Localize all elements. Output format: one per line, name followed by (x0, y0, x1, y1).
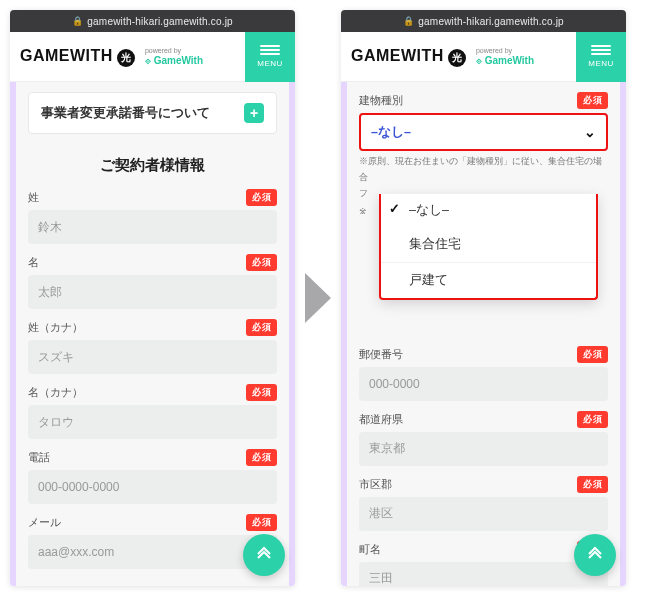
url-bar: 🔒 gamewith-hikari.gamewith.co.jp (341, 10, 626, 32)
logo: GAMEWITH 光 (20, 47, 135, 67)
building-note: ※原則、現在お住まいの「建物種別」に従い、集合住宅の場 (359, 155, 608, 167)
field-lastname: 姓必須 鈴木 (28, 189, 277, 244)
chevron-down-icon: ⌄ (584, 124, 596, 140)
field-town: 町名必須 三田 (359, 541, 608, 586)
lock-icon: 🔒 (403, 16, 414, 26)
menu-button[interactable]: MENU (576, 32, 626, 82)
email-input[interactable]: aaa@xxx.com (28, 535, 277, 569)
app-header: GAMEWITH 光 powered by ⟐ GameWith MENU (10, 32, 295, 82)
postal-input[interactable]: 000-0000 (359, 367, 608, 401)
city-input[interactable]: 港区 (359, 497, 608, 531)
menu-button[interactable]: MENU (245, 32, 295, 82)
logo-main: GAMEWITH (20, 47, 113, 65)
lastname-kana-input[interactable]: スズキ (28, 340, 277, 374)
field-lastname-kana: 姓（カナ）必須 スズキ (28, 319, 277, 374)
building-type-dropdown: –なし– 集合住宅 戸建て (379, 194, 598, 300)
app-header: GAMEWITH 光 powered by ⟐ GameWith MENU (341, 32, 626, 82)
powered-by: powered by ⟐ GameWith (145, 47, 203, 66)
select-value: –なし– (371, 124, 411, 141)
town-input[interactable]: 三田 (359, 562, 608, 586)
notice-text: 事業者変更承諾番号について (41, 105, 210, 122)
field-phone: 電話必須 000-0000-0000 (28, 449, 277, 504)
firstname-kana-input[interactable]: タロウ (28, 405, 277, 439)
url-text: gamewith-hikari.gamewith.co.jp (418, 16, 564, 27)
required-badge: 必須 (246, 189, 277, 206)
phone-input[interactable]: 000-0000-0000 (28, 470, 277, 504)
scroll-top-button[interactable] (574, 534, 616, 576)
section-title: ご契約者様情報 (28, 156, 277, 175)
field-firstname: 名必須 太郎 (28, 254, 277, 309)
notice-accordion[interactable]: 事業者変更承諾番号について + (28, 92, 277, 134)
dropdown-option-none[interactable]: –なし– (381, 194, 596, 227)
lastname-input[interactable]: 鈴木 (28, 210, 277, 244)
url-text: gamewith-hikari.gamewith.co.jp (87, 16, 233, 27)
prefecture-input[interactable]: 東京都 (359, 432, 608, 466)
svg-marker-0 (305, 273, 331, 323)
dropdown-option-house[interactable]: 戸建て (381, 263, 596, 298)
dropdown-option-apartment[interactable]: 集合住宅 (381, 227, 596, 263)
url-bar: 🔒 gamewith-hikari.gamewith.co.jp (10, 10, 295, 32)
field-postal: 郵便番号必須 000-0000 (359, 346, 608, 401)
plus-icon: + (244, 103, 264, 123)
logo-hikari-badge: 光 (117, 49, 135, 67)
phone-left: 🔒 gamewith-hikari.gamewith.co.jp GAMEWIT… (10, 10, 295, 586)
field-prefecture: 都道府県必須 東京都 (359, 411, 608, 466)
firstname-input[interactable]: 太郎 (28, 275, 277, 309)
field-firstname-kana: 名（カナ）必須 タロウ (28, 384, 277, 439)
transition-arrow-icon (303, 273, 333, 323)
logo: GAMEWITH 光 (351, 47, 466, 67)
lock-icon: 🔒 (72, 16, 83, 26)
building-type-select[interactable]: –なし– ⌄ (359, 113, 608, 151)
phone-right: 🔒 gamewith-hikari.gamewith.co.jp GAMEWIT… (341, 10, 626, 586)
field-email: メール必須 aaa@xxx.com (28, 514, 277, 569)
menu-label: MENU (257, 59, 283, 68)
scroll-top-button[interactable] (243, 534, 285, 576)
field-city: 市区郡必須 港区 (359, 476, 608, 531)
